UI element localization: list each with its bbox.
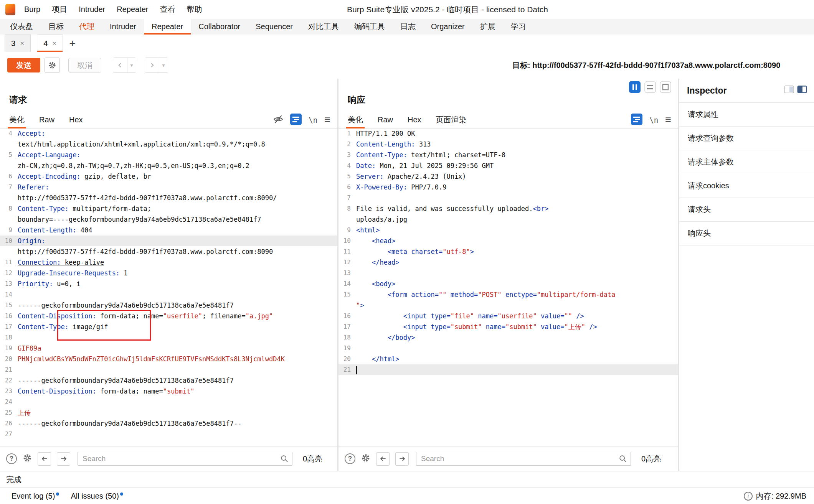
tab-intruder[interactable]: Intruder [102,19,144,35]
search-settings-icon[interactable] [23,453,32,464]
editor-line[interactable]: 18 </body> [338,332,678,343]
request-tab-hex[interactable]: Hex [69,112,83,128]
tab-logger[interactable]: 日志 [393,19,423,35]
editor-line[interactable]: 16Content-Disposition: form-data; name="… [0,311,337,321]
tab-sequencer[interactable]: Sequencer [248,19,301,35]
request-tab-pretty[interactable]: 美化 [9,112,25,128]
forward-button[interactable] [145,58,159,72]
close-icon[interactable]: × [20,39,24,48]
editor-line[interactable]: 17 <input type="submit" name="submit" va… [338,321,678,332]
editor-line[interactable]: 12Upgrade-Insecure-Requests: 1 [0,268,337,278]
editor-line[interactable]: 21 [338,364,678,375]
tab-decoder[interactable]: 编码工具 [347,19,393,35]
editor-line[interactable]: 1HTTP/1.1 200 OK [338,128,678,139]
menu-project[interactable]: 项目 [46,0,73,19]
menu-help[interactable]: 帮助 [181,0,208,19]
editor-line[interactable]: 7 [338,193,678,203]
back-button[interactable] [113,58,127,72]
editor-line[interactable]: 3Content-Type: text/html; charset=UTF-8 [338,150,678,160]
hide-nonprintable-icon[interactable] [273,114,283,126]
editor-line[interactable]: 10Origin: [0,236,337,246]
editor-menu-icon[interactable]: ≡ [324,115,330,125]
editor-line[interactable]: 14 <body> [338,278,678,289]
response-tab-pretty[interactable]: 美化 [348,112,363,128]
newline-toggle-icon[interactable]: \n [309,116,317,124]
editor-line[interactable]: 6Accept-Encoding: gzip, deflate, br [0,171,337,182]
pretty-print-icon[interactable] [631,114,642,127]
inspector-section-request-cookies[interactable]: 请求cookies [679,174,814,198]
editor-line[interactable]: 21 [0,364,337,375]
cancel-button[interactable]: 取消 [68,58,101,72]
new-tab-button[interactable]: + [63,35,81,52]
inspector-section-response-headers[interactable]: 响应头 [679,222,814,245]
pretty-print-icon[interactable] [290,114,302,127]
help-icon[interactable]: ? [345,453,355,464]
editor-line[interactable]: 24 [0,397,337,407]
help-icon[interactable]: ? [6,453,17,464]
editor-line[interactable]: 8File is valid, and was successfully upl… [338,203,678,214]
editor-line[interactable]: 18 [0,332,337,343]
tab-dashboard[interactable]: 仪表盘 [2,19,41,35]
back-history-dropdown[interactable]: ▾ [127,58,136,72]
editor-line[interactable]: 15------geckoformboundary9da74a6eb9dc517… [0,300,337,311]
editor-line[interactable]: 15 <form action="" method="POST" enctype… [338,289,678,300]
tab-proxy[interactable]: 代理 [71,19,102,35]
editor-line[interactable]: 19GIF89a [0,343,337,354]
editor-line[interactable]: "> [338,300,678,311]
tab-target[interactable]: 目标 [41,19,71,35]
response-tab-render[interactable]: 页面渲染 [436,112,467,128]
editor-line[interactable]: 20 </html> [338,354,678,364]
tab-learn[interactable]: 学习 [503,19,534,35]
tab-organizer[interactable]: Organizer [423,19,472,35]
editor-line[interactable]: 22------geckoformboundary9da74a6eb9dc517… [0,375,337,386]
editor-line[interactable]: 11Connection: keep-alive [0,257,337,268]
repeater-doc-tab-3[interactable]: 3× [5,35,31,52]
editor-line[interactable]: 13 [338,268,678,278]
search-prev-button[interactable] [376,452,390,466]
all-issues-button[interactable]: All issues (50) [71,492,123,501]
pause-updates-button[interactable] [629,81,641,94]
menu-repeater[interactable]: Repeater [111,0,154,19]
editor-line[interactable]: 13Priority: u=0, i [0,278,337,289]
tab-extensions[interactable]: 扩展 [472,19,503,35]
single-layout-button[interactable] [660,81,671,94]
menu-burp[interactable]: Burp [18,0,46,19]
search-input[interactable] [416,452,631,466]
editor-line[interactable]: 6X-Powered-By: PHP/7.0.9 [338,182,678,193]
editor-line[interactable]: 14 [0,289,337,300]
editor-line[interactable]: http://f00d5377-57ff-42fd-bddd-907f1f703… [0,193,337,203]
editor-line[interactable]: uploads/a.jpg [338,214,678,225]
editor-line[interactable]: 7Referer: [0,182,337,193]
menu-view[interactable]: 查看 [154,0,181,19]
response-editor[interactable]: 1HTTP/1.1 200 OK2Content-Length: 3133Con… [338,128,678,446]
tab-repeater[interactable]: Repeater [144,19,191,35]
inspector-section-request-body-params[interactable]: 请求主体参数 [679,150,814,174]
editor-line[interactable]: text/html,application/xhtml+xml,applicat… [0,139,337,150]
horizontal-layout-button[interactable] [644,81,656,94]
response-tab-raw[interactable]: Raw [378,112,393,128]
editor-line[interactable]: 4Accept: [0,128,337,139]
editor-line[interactable]: 11 <meta charset="utf-8"> [338,246,678,257]
inspector-section-request-headers[interactable]: 请求头 [679,198,814,222]
editor-menu-icon[interactable]: ≡ [665,115,671,125]
response-tab-hex[interactable]: Hex [408,112,421,128]
send-button[interactable]: 发送 [7,58,40,72]
editor-line[interactable]: 4Date: Mon, 21 Jul 2025 09:29:56 GMT [338,160,678,171]
editor-line[interactable]: 10 <head> [338,236,678,246]
editor-line[interactable]: boundary=----geckoformboundary9da74a6eb9… [0,214,337,225]
editor-line[interactable]: zh-CN,zh;q=0.8,zh-TW;q=0.7,zh-HK;q=0.5,e… [0,160,337,171]
newline-toggle-icon[interactable]: \n [649,116,658,124]
editor-line[interactable]: 19 [338,343,678,354]
request-editor[interactable]: 4Accept:text/html,application/xhtml+xml,… [0,128,337,446]
search-settings-icon[interactable] [361,453,370,464]
editor-line[interactable]: http://f00d5377-57ff-42fd-bddd-907f1f703… [0,246,337,257]
search-prev-button[interactable] [38,452,51,466]
tab-collaborator[interactable]: Collaborator [191,19,248,35]
editor-line[interactable]: 5Server: Apache/2.4.23 (Unix) [338,171,678,182]
dock-panel-icon[interactable] [784,85,794,96]
editor-line[interactable]: 9<html> [338,225,678,236]
send-settings-button[interactable] [45,58,60,73]
editor-line[interactable]: 9Content-Length: 404 [0,225,337,236]
request-tab-raw[interactable]: Raw [39,112,54,128]
editor-line[interactable]: 8Content-Type: multipart/form-data; [0,203,337,214]
